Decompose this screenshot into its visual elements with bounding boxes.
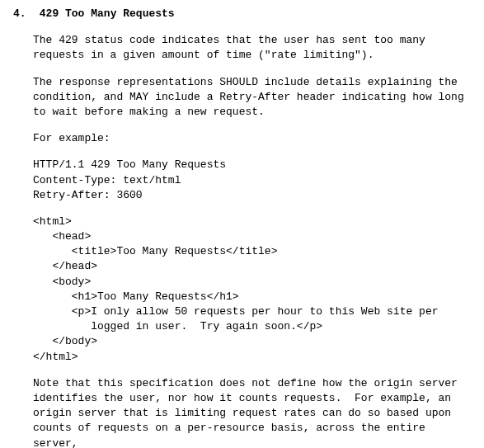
paragraph-2: The response representations SHOULD incl… — [33, 75, 471, 120]
paragraph-4: Note that this specification does not de… — [33, 376, 471, 448]
section-heading: 4. 429 Too Many Requests — [13, 7, 471, 21]
paragraph-3: For example: — [33, 131, 471, 146]
http-response-headers: HTTP/1.1 429 Too Many Requests Content-T… — [33, 158, 471, 203]
section-title: 429 Too Many Requests — [40, 7, 175, 20]
paragraph-1: The 429 status code indicates that the u… — [33, 33, 471, 63]
http-response-body: <html> <head> <title>Too Many Requests</… — [33, 215, 471, 365]
section-number: 4. — [13, 7, 33, 21]
